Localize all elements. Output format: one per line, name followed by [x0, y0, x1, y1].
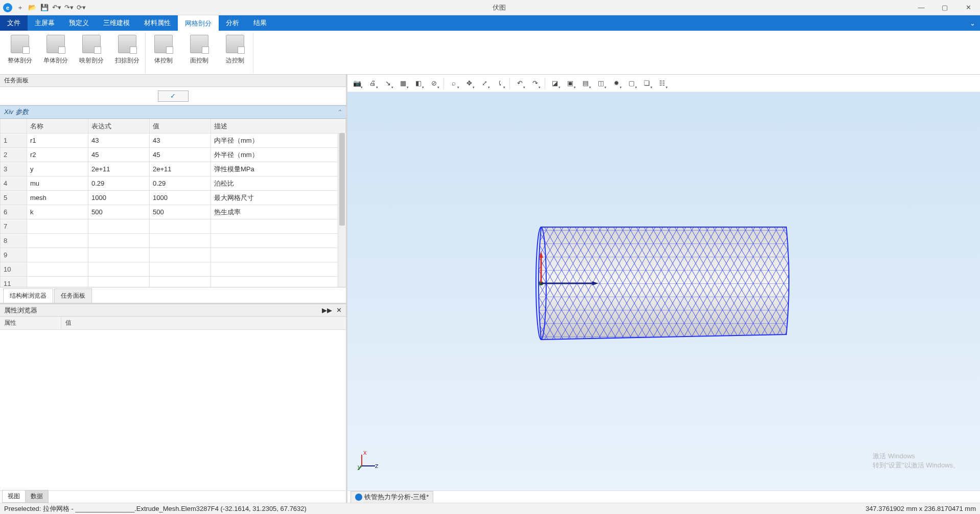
orient-icon[interactable]: ⤹▾ [493, 77, 506, 90]
btn-edge-control[interactable]: 边控制 [217, 33, 253, 73]
print-icon[interactable]: 🖨▾ [366, 77, 379, 90]
camera-icon[interactable]: 📷▾ [351, 77, 364, 90]
table-scrollbar[interactable] [338, 133, 346, 287]
cell-expr[interactable]: 43 [88, 133, 150, 148]
btn-sweep-mesh[interactable]: 扫掠剖分 [109, 33, 145, 73]
table-row[interactable]: 5mesh10001000最大网格尺寸 [1, 191, 346, 205]
cell-expr[interactable]: 2e+11 [88, 162, 150, 176]
undo-view-icon[interactable]: ↶▾ [513, 77, 526, 90]
maximize-button[interactable]: ▢ [933, 0, 956, 15]
pan-icon[interactable]: ✥▾ [462, 77, 476, 90]
cell-value[interactable] [150, 248, 211, 262]
shaded-icon[interactable]: ▤▾ [579, 77, 592, 90]
cell-name[interactable]: mu [27, 176, 88, 191]
cell-name[interactable] [27, 219, 88, 234]
layers-icon[interactable]: ▦▾ [396, 77, 410, 90]
table-row[interactable]: 1r14343内半径（mm） [1, 133, 346, 148]
no-entry-icon[interactable]: ⊘▾ [427, 77, 440, 90]
axes-icon[interactable]: ↘▾ [381, 77, 394, 90]
cell-name[interactable] [27, 248, 88, 262]
light-icon[interactable]: ✹▾ [610, 77, 623, 90]
redo-icon[interactable]: ↷▾ [63, 2, 75, 13]
btn-face-control[interactable]: 面控制 [181, 33, 217, 73]
tab-predef[interactable]: 预定义 [62, 15, 96, 31]
tab-material[interactable]: 材料属性 [137, 15, 178, 31]
table-row[interactable]: 4mu0.290.29泊松比 [1, 176, 346, 191]
undo-icon[interactable]: ↶▾ [51, 2, 62, 13]
cube-icon[interactable]: ❏▾ [640, 77, 654, 90]
close-button[interactable]: ✕ [956, 0, 980, 15]
table-row[interactable]: 6k500500热生成率 [1, 205, 346, 219]
cell-expr[interactable]: 0.29 [88, 176, 150, 191]
minimize-button[interactable]: — [909, 0, 933, 15]
tab-task-panel[interactable]: 任务面板 [54, 288, 92, 303]
tab-home[interactable]: 主屏幕 [28, 15, 62, 31]
cell-desc[interactable] [211, 262, 346, 277]
btn-mapped-mesh[interactable]: 映射剖分 [74, 33, 109, 73]
wireframe-icon[interactable]: ▣▾ [564, 77, 577, 90]
box-icon[interactable]: ▢▾ [625, 77, 638, 90]
cell-expr[interactable] [88, 262, 150, 277]
viewport-3d[interactable]: x y z 激活 Windows 转到"设置"以激活 Windows。 [347, 92, 980, 490]
cell-desc[interactable] [211, 219, 346, 234]
table-row[interactable]: 9 [1, 248, 346, 262]
tab-tree-browser[interactable]: 结构树浏览器 [3, 288, 53, 303]
prop-tab-view[interactable]: 视图 [2, 490, 26, 503]
refresh-icon[interactable]: ⟳▾ [76, 2, 87, 13]
cell-name[interactable]: r1 [27, 133, 88, 148]
cell-desc[interactable] [211, 248, 346, 262]
cell-value[interactable] [150, 262, 211, 277]
cell-value[interactable] [150, 277, 211, 288]
cell-expr[interactable] [88, 277, 150, 288]
cell-desc[interactable]: 泊松比 [211, 176, 346, 191]
tab-analysis[interactable]: 分析 [219, 15, 246, 31]
open-icon[interactable]: 📂 [27, 2, 38, 13]
confirm-button[interactable]: ✓ [158, 91, 189, 102]
cell-desc[interactable] [211, 234, 346, 248]
cell-desc[interactable] [211, 277, 346, 288]
eraser-icon[interactable]: ◧▾ [412, 77, 425, 90]
cell-desc[interactable]: 弹性模量MPa [211, 162, 346, 176]
parameters-section-header[interactable]: Xiv 参数 ⌃ [0, 105, 346, 119]
cell-value[interactable]: 45 [150, 148, 211, 162]
document-tab[interactable]: 铁管热力学分析-三维* [351, 491, 433, 503]
new-icon[interactable]: ＋ [14, 2, 26, 13]
layers2-icon[interactable]: ☷▾ [656, 77, 669, 90]
cell-expr[interactable] [88, 219, 150, 234]
cell-desc[interactable]: 外半径（mm） [211, 148, 346, 162]
zoom-window-icon[interactable]: ⌕▾ [447, 77, 460, 90]
section-icon[interactable]: ◫▾ [594, 77, 608, 90]
cell-expr[interactable] [88, 248, 150, 262]
cell-name[interactable]: k [27, 205, 88, 219]
cell-desc[interactable]: 最大网格尺寸 [211, 191, 346, 205]
cell-value[interactable]: 2e+11 [150, 162, 211, 176]
cell-value[interactable]: 500 [150, 205, 211, 219]
redo-view-icon[interactable]: ↷▾ [528, 77, 542, 90]
parameters-table[interactable]: 名称 表达式 值 描述 1r14343内半径（mm）2r24545外半径（mm）… [0, 119, 346, 287]
fit-icon[interactable]: ⤢▾ [478, 77, 491, 90]
cell-value[interactable] [150, 234, 211, 248]
cell-expr[interactable]: 500 [88, 205, 150, 219]
table-row[interactable]: 2r24545外半径（mm） [1, 148, 346, 162]
prop-tab-data[interactable]: 数据 [25, 490, 49, 503]
save-icon[interactable]: 💾 [39, 2, 50, 13]
fast-forward-icon[interactable]: ▶▶ [322, 306, 332, 314]
cell-value[interactable]: 1000 [150, 191, 211, 205]
cell-name[interactable]: r2 [27, 148, 88, 162]
tab-3dmodel[interactable]: 三维建模 [96, 15, 137, 31]
cell-value[interactable]: 0.29 [150, 176, 211, 191]
btn-global-mesh[interactable]: 整体剖分 [2, 33, 38, 73]
cell-desc[interactable]: 内半径（mm） [211, 133, 346, 148]
cell-expr[interactable] [88, 234, 150, 248]
btn-single-mesh[interactable]: 单体剖分 [38, 33, 74, 73]
table-row[interactable]: 11 [1, 277, 346, 288]
close-icon[interactable]: ✕ [336, 306, 342, 314]
btn-body-control[interactable]: 体控制 [146, 33, 181, 73]
cell-name[interactable]: y [27, 162, 88, 176]
solid-icon[interactable]: ◪▾ [548, 77, 562, 90]
table-row[interactable]: 3y2e+112e+11弹性模量MPa [1, 162, 346, 176]
cell-name[interactable] [27, 277, 88, 288]
cell-desc[interactable]: 热生成率 [211, 205, 346, 219]
tab-file[interactable]: 文件 [0, 15, 28, 31]
cell-expr[interactable]: 1000 [88, 191, 150, 205]
